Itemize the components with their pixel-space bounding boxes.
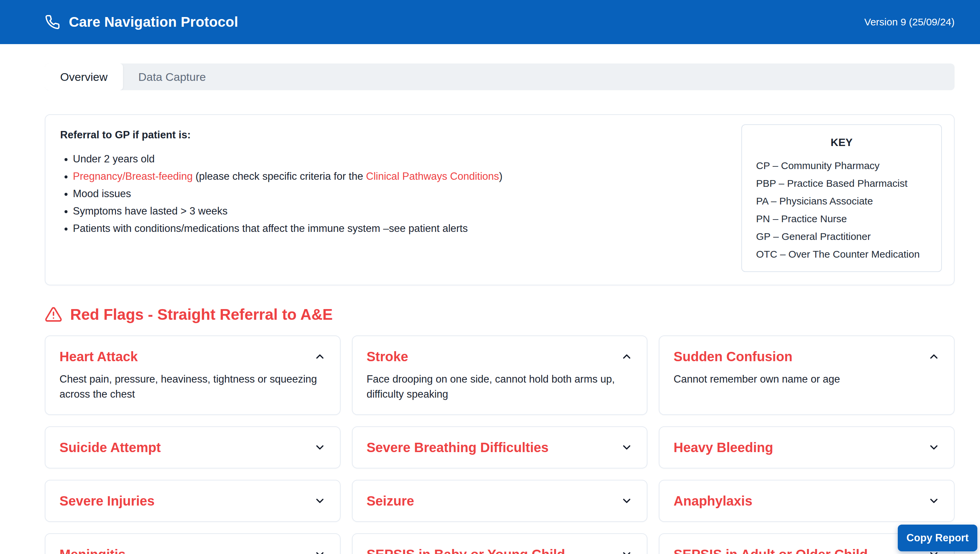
referral-item: Pregnancy/Breast-feeding (please check s… xyxy=(73,168,695,185)
alert-triangle-icon xyxy=(45,306,62,323)
accordion-toggle[interactable]: Stroke xyxy=(367,349,633,364)
red-flag-card-title: Suicide Attempt xyxy=(59,440,161,455)
tab-data-capture[interactable]: Data Capture xyxy=(123,64,221,90)
chevron-down-icon xyxy=(621,441,633,454)
red-flags-heading-text: Red Flags - Straight Referral to A&E xyxy=(70,306,333,323)
red-flag-card-sudden-confusion: Sudden Confusion Cannot remember own nam… xyxy=(659,336,955,415)
pregnancy-emphasis-text: Pregnancy/Breast-feeding xyxy=(73,170,193,182)
referral-item: Under 2 years old xyxy=(73,150,695,168)
referral-item-text: (please check specific criteria for the xyxy=(193,170,366,182)
red-flag-card-title: Heavy Bleeding xyxy=(674,440,773,455)
accordion-toggle[interactable]: Heart Attack xyxy=(59,349,326,364)
key-item: PBP – Practice Based Pharmacist xyxy=(756,174,927,192)
red-flag-card-title: Stroke xyxy=(367,349,408,364)
key-item: PA – Physicians Associate xyxy=(756,192,927,210)
chevron-down-icon xyxy=(314,441,326,454)
red-flags-grid: Heart Attack Chest pain, pressure, heavi… xyxy=(45,336,955,554)
referral-item: Patients with conditions/medications tha… xyxy=(73,220,695,237)
chevron-down-icon xyxy=(314,548,326,554)
accordion-toggle[interactable]: Heavy Bleeding xyxy=(674,440,940,455)
red-flag-card-description: Chest pain, pressure, heaviness, tightne… xyxy=(59,372,326,402)
chevron-down-icon xyxy=(621,548,633,554)
red-flag-card-severe-injuries: Severe Injuries xyxy=(45,480,341,522)
red-flag-card-sepsis-baby: SEPSIS in Baby or Young Child xyxy=(352,533,648,554)
key-list: CP – Community Pharmacy PBP – Practice B… xyxy=(756,157,927,263)
red-flags-heading: Red Flags - Straight Referral to A&E xyxy=(45,306,955,323)
red-flag-card-severe-breathing: Severe Breathing Difficulties xyxy=(352,427,648,468)
clinical-pathways-link[interactable]: Clinical Pathways Conditions xyxy=(366,170,499,182)
red-flag-card-suicide-attempt: Suicide Attempt xyxy=(45,427,341,468)
red-flag-card-heart-attack: Heart Attack Chest pain, pressure, heavi… xyxy=(45,336,341,415)
red-flag-card-title: Severe Breathing Difficulties xyxy=(367,440,549,455)
referral-criteria-panel: Referral to GP if patient is: Under 2 ye… xyxy=(45,114,955,285)
referral-item: Mood issues xyxy=(73,185,695,202)
chevron-up-icon xyxy=(928,350,940,363)
copy-report-button[interactable]: Copy Report xyxy=(898,525,977,551)
accordion-toggle[interactable]: Severe Breathing Difficulties xyxy=(367,440,633,455)
accordion-toggle[interactable]: Seizure xyxy=(367,493,633,509)
tab-overview[interactable]: Overview xyxy=(45,64,123,90)
accordion-toggle[interactable]: Severe Injuries xyxy=(59,493,326,509)
chevron-up-icon xyxy=(314,350,326,363)
page-title: Care Navigation Protocol xyxy=(69,14,238,30)
red-flag-card-anaphylaxis: Anaphylaxis xyxy=(659,480,955,522)
key-item: OTC – Over The Counter Medication xyxy=(756,245,927,263)
accordion-toggle[interactable]: Anaphylaxis xyxy=(674,493,940,509)
red-flag-card-title: Sudden Confusion xyxy=(674,349,792,364)
chevron-down-icon xyxy=(621,495,633,507)
red-flag-card-stroke: Stroke Face drooping on one side, cannot… xyxy=(352,336,648,415)
red-flag-card-description: Cannot remember own name or age xyxy=(674,372,940,387)
red-flag-card-title: Anaphylaxis xyxy=(674,493,752,509)
red-flag-card-title: Heart Attack xyxy=(59,349,138,364)
red-flag-card-title: SEPSIS in Adult or Older Child xyxy=(674,547,868,554)
referral-item-text: Symptoms have lasted > 3 weeks xyxy=(73,205,228,217)
accordion-toggle[interactable]: Sudden Confusion xyxy=(674,349,940,364)
referral-item-text: Under 2 years old xyxy=(73,153,155,165)
chevron-down-icon xyxy=(928,495,940,507)
red-flag-card-seizure: Seizure xyxy=(352,480,648,522)
chevron-down-icon xyxy=(314,495,326,507)
app-header: Care Navigation Protocol Version 9 (25/0… xyxy=(0,0,980,44)
red-flag-card-meningitis: Meningitis xyxy=(45,533,341,554)
accordion-toggle[interactable]: Suicide Attempt xyxy=(59,440,326,455)
red-flag-card-title: Severe Injuries xyxy=(59,493,155,509)
phone-icon xyxy=(45,14,60,30)
referral-list: Under 2 years old Pregnancy/Breast-feedi… xyxy=(60,150,695,237)
chevron-down-icon xyxy=(928,441,940,454)
red-flag-card-heavy-bleeding: Heavy Bleeding xyxy=(659,427,955,468)
key-item: PN – Practice Nurse xyxy=(756,210,927,228)
referral-item-text: Mood issues xyxy=(73,188,131,199)
accordion-toggle[interactable]: Meningitis xyxy=(59,547,326,554)
red-flag-card-title: SEPSIS in Baby or Young Child xyxy=(367,547,565,554)
red-flag-card-title: Seizure xyxy=(367,493,414,509)
version-label: Version 9 (25/09/24) xyxy=(864,16,955,28)
red-flag-card-description: Face drooping on one side, cannot hold b… xyxy=(367,372,633,402)
chevron-up-icon xyxy=(621,350,633,363)
abbreviation-key-panel: KEY CP – Community Pharmacy PBP – Practi… xyxy=(741,124,942,272)
key-title: KEY xyxy=(756,136,927,149)
referral-item: Symptoms have lasted > 3 weeks xyxy=(73,202,695,220)
red-flag-card-title: Meningitis xyxy=(59,547,126,554)
key-item: GP – General Practitioner xyxy=(756,228,927,245)
referral-item-text: ) xyxy=(499,170,502,182)
key-item: CP – Community Pharmacy xyxy=(756,157,927,174)
accordion-toggle[interactable]: SEPSIS in Baby or Young Child xyxy=(367,547,633,554)
tab-bar: Overview Data Capture xyxy=(45,64,955,90)
referral-item-text: Patients with conditions/medications tha… xyxy=(73,223,468,234)
